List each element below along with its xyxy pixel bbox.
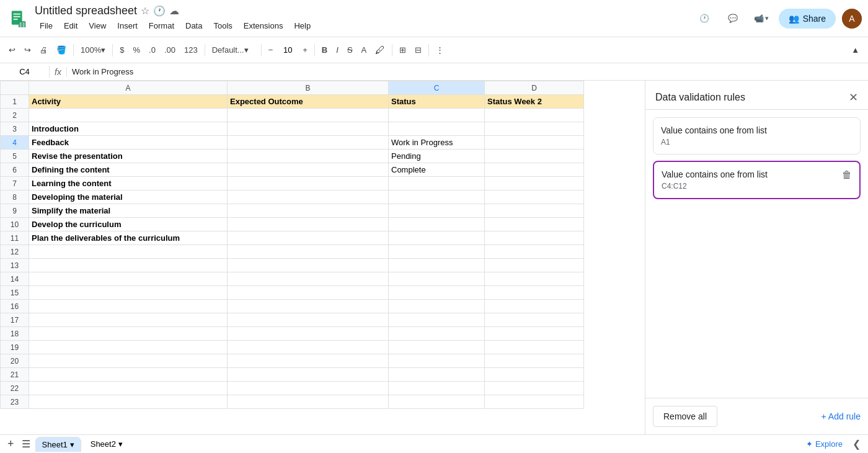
cell-a23[interactable] [29, 395, 228, 409]
cell-b12[interactable] [228, 245, 389, 259]
add-rule-button[interactable]: + Add rule [822, 411, 861, 421]
cell-c7[interactable] [389, 177, 485, 191]
cell-c22[interactable] [389, 382, 485, 395]
cell-a21[interactable] [29, 368, 228, 382]
spreadsheet[interactable]: A B C D 1ActivityExpected OutcomeStatusS… [0, 81, 645, 434]
row-number-19[interactable]: 19 [1, 341, 29, 354]
cell-b11[interactable] [228, 231, 389, 245]
sheet-list-button[interactable]: ☰ [19, 437, 33, 451]
cell-b3[interactable] [228, 122, 389, 136]
row-number-13[interactable]: 13 [1, 259, 29, 272]
cell-a15[interactable] [29, 286, 228, 300]
cell-b6[interactable] [228, 163, 389, 177]
cell-d20[interactable] [485, 354, 584, 368]
zoom-selector[interactable]: 100% ▾ [77, 44, 109, 56]
cell-c3[interactable] [389, 122, 485, 136]
cell-c15[interactable] [389, 286, 485, 300]
cell-a5[interactable]: Revise the presentation [29, 150, 228, 163]
cell-d21[interactable] [485, 368, 584, 382]
cell-d2[interactable] [485, 109, 584, 122]
cell-c16[interactable] [389, 300, 485, 313]
sheet-1-arrow[interactable]: ▾ [70, 440, 74, 449]
text-color-button[interactable]: A [358, 43, 371, 57]
cell-a8[interactable]: Developing the material [29, 191, 228, 204]
explore-button[interactable]: ✦ Explore [801, 437, 848, 451]
cell-b1[interactable]: Expected Outcome [228, 95, 389, 109]
rule-2-delete-button[interactable]: 🗑 [842, 169, 852, 181]
cell-a16[interactable] [29, 300, 228, 313]
menu-file[interactable]: File [35, 19, 58, 33]
sheet-tab-1[interactable]: Sheet1 ▾ [35, 437, 81, 452]
row-number-1[interactable]: 1 [1, 95, 29, 109]
formula-content[interactable]: Work in Progress [67, 66, 868, 78]
row-number-17[interactable]: 17 [1, 313, 29, 327]
cell-c14[interactable] [389, 272, 485, 286]
cell-d12[interactable] [485, 245, 584, 259]
menu-view[interactable]: View [84, 19, 111, 33]
decrease-font-button[interactable]: − [265, 43, 277, 57]
cell-c12[interactable] [389, 245, 485, 259]
menu-extensions[interactable]: Extensions [239, 19, 288, 33]
meet-button[interactable]: 📹 ▾ [750, 7, 773, 30]
cell-b20[interactable] [228, 354, 389, 368]
row-number-6[interactable]: 6 [1, 163, 29, 177]
user-avatar[interactable]: A [842, 9, 862, 29]
cell-c6[interactable]: Complete [389, 163, 485, 177]
row-number-5[interactable]: 5 [1, 150, 29, 163]
cell-d18[interactable] [485, 327, 584, 341]
menu-format[interactable]: Format [144, 19, 179, 33]
col-header-d[interactable]: D [485, 81, 584, 95]
row-number-14[interactable]: 14 [1, 272, 29, 286]
print-button[interactable]: 🖨 [36, 43, 51, 57]
cell-a1[interactable]: Activity [29, 95, 228, 109]
row-number-2[interactable]: 2 [1, 109, 29, 122]
cell-a7[interactable]: Learning the content [29, 177, 228, 191]
cell-b19[interactable] [228, 341, 389, 354]
cell-b23[interactable] [228, 395, 389, 409]
cell-c8[interactable] [389, 191, 485, 204]
italic-button[interactable]: I [332, 43, 342, 57]
collapse-toolbar-button[interactable]: ▲ [848, 43, 863, 57]
row-number-9[interactable]: 9 [1, 204, 29, 218]
menu-insert[interactable]: Insert [112, 19, 143, 33]
row-number-7[interactable]: 7 [1, 177, 29, 191]
cell-c17[interactable] [389, 313, 485, 327]
row-number-21[interactable]: 21 [1, 368, 29, 382]
cell-a9[interactable]: Simplify the material [29, 204, 228, 218]
cell-c5[interactable]: Pending [389, 150, 485, 163]
cell-b18[interactable] [228, 327, 389, 341]
font-size-display[interactable]: 10 [278, 44, 298, 56]
cell-a19[interactable] [29, 341, 228, 354]
cell-c10[interactable] [389, 218, 485, 231]
cell-a13[interactable] [29, 259, 228, 272]
row-number-11[interactable]: 11 [1, 231, 29, 245]
cell-b15[interactable] [228, 286, 389, 300]
history-title-icon[interactable]: 🕐 [153, 5, 166, 17]
percent-button[interactable]: % [129, 43, 144, 57]
cell-a18[interactable] [29, 327, 228, 341]
cell-c23[interactable] [389, 395, 485, 409]
bold-button[interactable]: B [318, 43, 331, 57]
cell-d16[interactable] [485, 300, 584, 313]
cell-d14[interactable] [485, 272, 584, 286]
cell-a17[interactable] [29, 313, 228, 327]
currency-button[interactable]: $ [116, 43, 128, 57]
cell-d22[interactable] [485, 382, 584, 395]
cell-a2[interactable] [29, 109, 228, 122]
chat-button[interactable]: 💬 [722, 7, 744, 30]
cell-d4[interactable] [485, 136, 584, 150]
validation-rule-1[interactable]: Value contains one from list A1 [653, 117, 861, 155]
menu-edit[interactable]: Edit [59, 19, 82, 33]
row-number-15[interactable]: 15 [1, 286, 29, 300]
cloud-icon[interactable]: ☁ [169, 5, 179, 17]
cell-c4[interactable]: Work in Progress [389, 136, 485, 150]
row-number-23[interactable]: 23 [1, 395, 29, 409]
cell-c1[interactable]: Status [389, 95, 485, 109]
cell-d11[interactable] [485, 231, 584, 245]
cell-a4[interactable]: Feedback [29, 136, 228, 150]
cell-b2[interactable] [228, 109, 389, 122]
cell-b8[interactable] [228, 191, 389, 204]
remove-all-button[interactable]: Remove all [653, 406, 717, 427]
cell-b5[interactable] [228, 150, 389, 163]
col-header-a[interactable]: A [29, 81, 228, 95]
